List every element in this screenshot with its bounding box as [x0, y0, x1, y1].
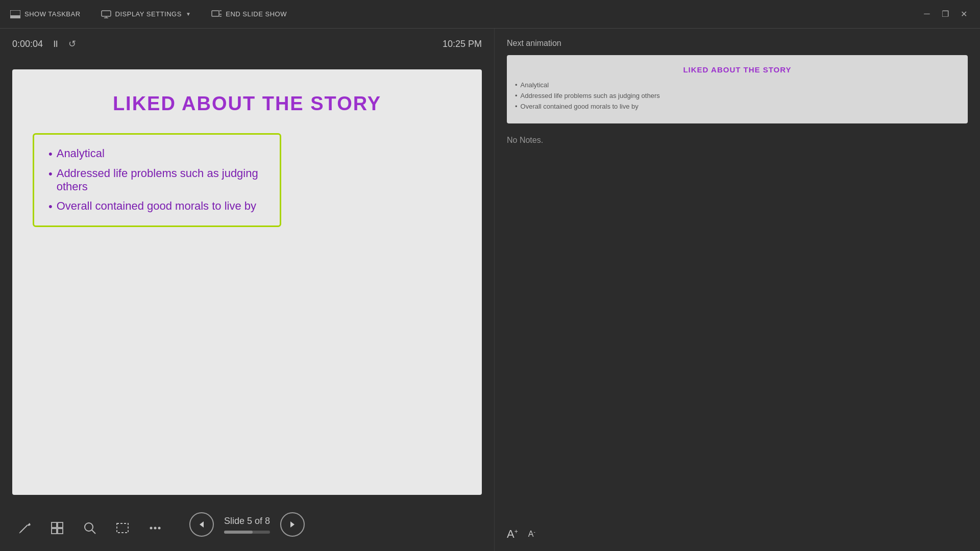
selection-button[interactable] [113, 519, 132, 537]
svg-line-17 [92, 530, 95, 534]
svg-marker-23 [290, 521, 295, 528]
slide-counter-group: Slide 5 of 8 [224, 516, 270, 534]
slide-content-box: • Analytical • Addressed life problems s… [33, 133, 281, 227]
display-settings-label: DISPLAY SETTINGS [115, 10, 182, 18]
next-animation-label: Next animation [507, 39, 968, 48]
bullet-3: • Overall contained good morals to live … [48, 199, 265, 213]
svg-marker-22 [200, 521, 204, 528]
main-area: 0:00:04 ⏸ ↺ 10:25 PM LIKED ABOUT THE STO… [0, 29, 980, 551]
toolbar: SHOW TASKBAR DISPLAY SETTINGS ▼ END SLID… [0, 0, 980, 29]
clock-time: 10:25 PM [443, 39, 482, 49]
bullet-2: • Addressed life problems such as judgin… [48, 167, 265, 193]
restore-button[interactable]: ❐ [939, 9, 951, 19]
slide-area: 0:00:04 ⏸ ↺ 10:25 PM LIKED ABOUT THE STO… [0, 29, 494, 551]
svg-rect-5 [212, 11, 219, 16]
end-slideshow-icon [211, 9, 222, 19]
pause-button[interactable]: ⏸ [51, 39, 60, 49]
svg-rect-2 [102, 11, 111, 16]
svg-point-20 [154, 527, 157, 530]
more-options-button[interactable] [146, 519, 164, 537]
end-slide-show-button[interactable]: END SLIDE SHOW [211, 9, 287, 19]
svg-marker-10 [28, 523, 31, 526]
bottom-toolbar: Slide 5 of 8 [0, 505, 494, 551]
slide: LIKED ABOUT THE STORY • Analytical • Add… [12, 69, 482, 495]
preview-bullet-3: • Overall contained good morals to live … [515, 103, 960, 110]
pen-tool-button[interactable] [15, 519, 34, 537]
end-slideshow-label: END SLIDE SHOW [226, 10, 287, 18]
increase-font-button[interactable]: A+ [507, 528, 518, 541]
show-taskbar-label: SHOW TASKBAR [24, 10, 81, 18]
preview-bullet-2: • Addressed life problems such as judgin… [515, 92, 960, 99]
svg-rect-12 [52, 522, 57, 528]
font-controls: A+ A- [507, 517, 968, 541]
progress-fill [224, 531, 253, 534]
preview-bullet-1: • Analytical [515, 81, 960, 89]
progress-bar [224, 531, 270, 534]
svg-rect-1 [10, 15, 20, 18]
svg-rect-15 [58, 529, 63, 534]
minimize-button[interactable]: ─ [921, 9, 933, 19]
reset-button[interactable]: ↺ [68, 38, 76, 49]
timer-bar: 0:00:04 ⏸ ↺ 10:25 PM [0, 29, 494, 59]
preview-slide-title: LIKED ABOUT THE STORY [515, 65, 960, 74]
search-button[interactable] [81, 519, 99, 537]
svg-line-9 [20, 525, 28, 532]
window-controls: ─ ❐ ✕ [921, 9, 970, 19]
next-slide-button[interactable] [280, 512, 305, 537]
notes-text: No Notes. [507, 136, 968, 145]
svg-point-19 [150, 527, 153, 530]
slide-container: LIKED ABOUT THE STORY • Analytical • Add… [0, 59, 494, 505]
right-panel: Next animation LIKED ABOUT THE STORY • A… [494, 29, 980, 551]
close-button[interactable]: ✕ [958, 9, 970, 19]
grid-view-button[interactable] [48, 519, 66, 537]
svg-rect-13 [58, 522, 63, 528]
slide-counter: Slide 5 of 8 [224, 516, 270, 527]
svg-rect-14 [52, 529, 57, 534]
bullet-1: • Analytical [48, 147, 265, 161]
next-slide-preview: LIKED ABOUT THE STORY • Analytical • Add… [507, 55, 968, 123]
show-taskbar-button[interactable]: SHOW TASKBAR [10, 9, 81, 19]
svg-rect-18 [117, 523, 128, 533]
dropdown-arrow: ▼ [186, 11, 191, 17]
svg-point-21 [158, 527, 161, 530]
slide-title-area: LIKED ABOUT THE STORY [33, 85, 461, 123]
display-settings-icon [101, 9, 111, 19]
decrease-font-button[interactable]: A- [528, 529, 535, 539]
taskbar-icon [10, 9, 20, 19]
annotation-tools [15, 519, 164, 537]
slide-title: LIKED ABOUT THE STORY [33, 93, 461, 115]
elapsed-time: 0:00:04 [12, 39, 43, 49]
slide-navigation: Slide 5 of 8 [189, 512, 305, 537]
svg-point-16 [85, 523, 93, 531]
previous-slide-button[interactable] [189, 512, 214, 537]
display-settings-button[interactable]: DISPLAY SETTINGS ▼ [101, 9, 191, 19]
